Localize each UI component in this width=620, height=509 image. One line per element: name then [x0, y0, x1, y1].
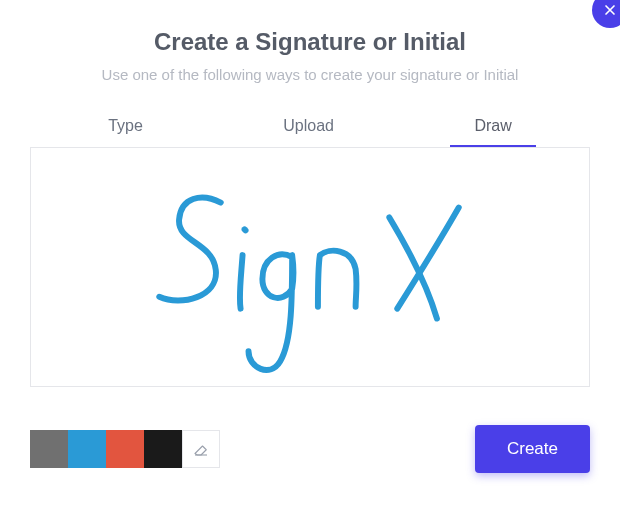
color-swatch-blue[interactable] [68, 430, 106, 468]
tab-draw[interactable]: Draw [450, 111, 535, 147]
close-icon [602, 2, 618, 18]
tab-type[interactable]: Type [84, 111, 167, 147]
tab-upload[interactable]: Upload [259, 111, 358, 147]
modal-subtitle: Use one of the following ways to create … [30, 66, 590, 83]
eraser-button[interactable] [182, 430, 220, 468]
tabs-bar: Type Upload Draw [38, 111, 582, 147]
color-swatches [30, 430, 220, 468]
eraser-icon [192, 440, 210, 458]
create-button[interactable]: Create [475, 425, 590, 473]
color-swatch-black[interactable] [144, 430, 182, 468]
modal-title: Create a Signature or Initial [30, 28, 590, 56]
color-swatch-gray[interactable] [30, 430, 68, 468]
drawn-signature [31, 148, 589, 386]
signature-canvas[interactable] [30, 147, 590, 387]
color-swatch-red[interactable] [106, 430, 144, 468]
